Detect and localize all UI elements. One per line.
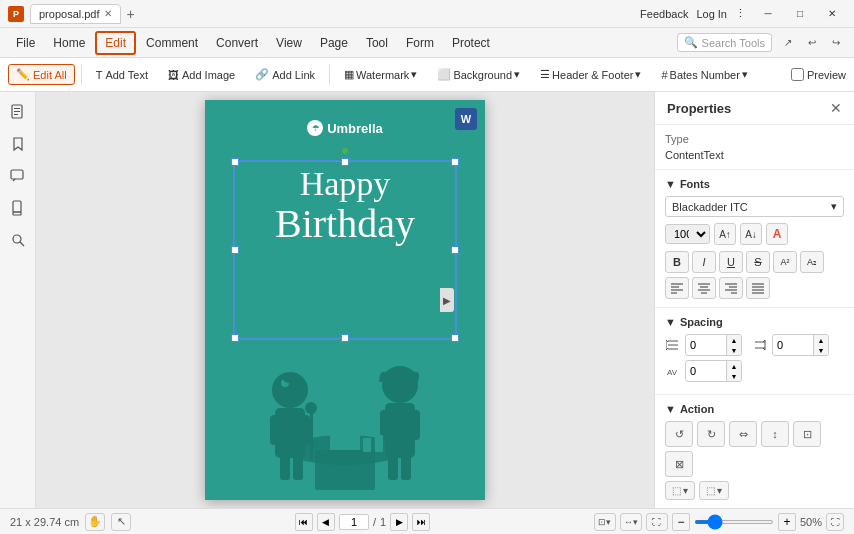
char-spacing-input[interactable] bbox=[686, 363, 726, 379]
menu-edit[interactable]: Edit bbox=[95, 31, 136, 55]
tab-close-btn[interactable]: ✕ bbox=[104, 8, 112, 19]
align-left-btn[interactable] bbox=[665, 277, 689, 299]
para-spacing-up-btn[interactable]: ▲ bbox=[814, 335, 828, 345]
new-tab-btn[interactable]: + bbox=[127, 6, 135, 22]
add-link-btn[interactable]: 🔗 Add Link bbox=[247, 64, 323, 85]
zoom-out-btn[interactable]: − bbox=[672, 513, 690, 531]
menu-file[interactable]: File bbox=[8, 33, 43, 53]
characters-illustration bbox=[205, 320, 485, 500]
next-page-btn[interactable]: ▶ bbox=[390, 513, 408, 531]
minimize-btn[interactable]: ─ bbox=[754, 4, 782, 24]
bates-number-btn[interactable]: # Bates Number ▾ bbox=[653, 64, 755, 85]
action-section-header[interactable]: ▼ Action bbox=[665, 403, 844, 415]
first-page-btn[interactable]: ⏮ bbox=[295, 513, 313, 531]
more-icon[interactable]: ⋮ bbox=[735, 7, 746, 20]
select-tool-btn[interactable]: ↖ bbox=[111, 513, 131, 531]
right-panel-toggle[interactable]: ▶ bbox=[440, 288, 454, 312]
handle-midleft[interactable] bbox=[231, 246, 239, 254]
svg-rect-27 bbox=[330, 432, 360, 452]
subscript-btn[interactable]: A₂ bbox=[800, 251, 824, 273]
background-chevron: ▾ bbox=[514, 68, 520, 81]
char-spacing-up-btn[interactable]: ▲ bbox=[727, 361, 741, 371]
header-footer-btn[interactable]: ☰ Header & Footer ▾ bbox=[532, 64, 649, 85]
maximize-btn[interactable]: □ bbox=[786, 4, 814, 24]
add-text-btn[interactable]: T Add Text bbox=[88, 65, 156, 85]
menu-comment[interactable]: Comment bbox=[138, 33, 206, 53]
line-spacing-down-btn[interactable]: ▼ bbox=[727, 345, 741, 355]
menu-convert[interactable]: Convert bbox=[208, 33, 266, 53]
rotate-right-btn[interactable]: ↻ bbox=[697, 421, 725, 447]
font-color-btn[interactable]: A bbox=[766, 223, 788, 245]
background-btn[interactable]: ⬜ Background ▾ bbox=[429, 64, 528, 85]
search-tools[interactable]: 🔍 Search Tools bbox=[677, 33, 772, 52]
align-justify-btn[interactable] bbox=[746, 277, 770, 299]
birthday-text-block[interactable]: Happy Birthday bbox=[237, 165, 453, 246]
flip-v-btn[interactable]: ↕ bbox=[761, 421, 789, 447]
sidebar-icon-pages[interactable] bbox=[6, 100, 30, 124]
menu-view[interactable]: View bbox=[268, 33, 310, 53]
select-zoom-btn[interactable]: ⛶ bbox=[646, 513, 668, 531]
crop-btn[interactable]: ⊡ bbox=[793, 421, 821, 447]
handle-midright[interactable] bbox=[451, 246, 459, 254]
page-number-input[interactable] bbox=[339, 514, 369, 530]
ms-word-icon[interactable]: W bbox=[455, 108, 477, 130]
login-btn[interactable]: Log In bbox=[696, 8, 727, 20]
font-size-select[interactable]: 100 bbox=[665, 224, 710, 244]
sidebar-icon-comments[interactable] bbox=[6, 164, 30, 188]
last-page-btn[interactable]: ⏭ bbox=[412, 513, 430, 531]
fit-page-btn[interactable]: ⊡▾ bbox=[594, 513, 616, 531]
para-spacing-down-btn[interactable]: ▼ bbox=[814, 345, 828, 355]
menu-protect[interactable]: Protect bbox=[444, 33, 498, 53]
fullscreen-btn[interactable]: ⛶ bbox=[826, 513, 844, 531]
font-family-dropdown[interactable]: Blackadder ITC ▾ bbox=[665, 196, 844, 217]
line-spacing-input[interactable] bbox=[686, 337, 726, 353]
external-link-icon[interactable]: ↗ bbox=[778, 33, 798, 53]
italic-btn[interactable]: I bbox=[692, 251, 716, 273]
redo-icon[interactable]: ↪ bbox=[826, 33, 846, 53]
arrange-btn[interactable]: ⬚ ▾ bbox=[665, 481, 695, 500]
add-image-btn[interactable]: 🖼 Add Image bbox=[160, 65, 243, 85]
spacing-section-header[interactable]: ▼ Spacing bbox=[665, 316, 844, 328]
close-btn[interactable]: ✕ bbox=[818, 4, 846, 24]
menu-form[interactable]: Form bbox=[398, 33, 442, 53]
font-size-increase-btn[interactable]: A↑ bbox=[714, 223, 736, 245]
more-btn[interactable]: ⬚ ▾ bbox=[699, 481, 729, 500]
font-size-decrease-btn[interactable]: A↓ bbox=[740, 223, 762, 245]
feedback-btn[interactable]: Feedback bbox=[640, 8, 688, 20]
underline-btn[interactable]: U bbox=[719, 251, 743, 273]
svg-rect-26 bbox=[401, 455, 411, 480]
bold-btn[interactable]: B bbox=[665, 251, 689, 273]
align-center-btn[interactable] bbox=[692, 277, 716, 299]
line-spacing-row: ▲ ▼ ▲ ▼ bbox=[665, 334, 844, 356]
preview-checkbox[interactable] bbox=[791, 68, 804, 81]
fit-width-btn[interactable]: ↔▾ bbox=[620, 513, 642, 531]
strikethrough-btn[interactable]: S bbox=[746, 251, 770, 273]
superscript-btn[interactable]: A² bbox=[773, 251, 797, 273]
undo-icon[interactable]: ↩ bbox=[802, 33, 822, 53]
zoom-slider[interactable] bbox=[694, 520, 774, 524]
char-spacing-down-btn[interactable]: ▼ bbox=[727, 371, 741, 381]
fonts-section-header[interactable]: ▼ Fonts bbox=[665, 178, 844, 190]
tab-proposal[interactable]: proposal.pdf ✕ bbox=[30, 4, 121, 24]
action-buttons-row1: ↺ ↻ ⇔ ↕ ⊡ ⊠ bbox=[665, 421, 844, 477]
rotate-left-btn[interactable]: ↺ bbox=[665, 421, 693, 447]
sidebar-icon-search[interactable] bbox=[6, 228, 30, 252]
watermark-btn[interactable]: ▦ Watermark ▾ bbox=[336, 64, 425, 85]
prev-page-btn[interactable]: ◀ bbox=[317, 513, 335, 531]
external-icons: ↗ ↩ ↪ bbox=[778, 33, 846, 53]
edit-all-btn[interactable]: ✏️ Edit All bbox=[8, 64, 75, 85]
align-right-btn[interactable] bbox=[719, 277, 743, 299]
sidebar-icon-bookmarks[interactable] bbox=[6, 132, 30, 156]
line-spacing-up-btn[interactable]: ▲ bbox=[727, 335, 741, 345]
hand-tool-btn[interactable]: ✋ bbox=[85, 513, 105, 531]
menu-home[interactable]: Home bbox=[45, 33, 93, 53]
mask-btn[interactable]: ⊠ bbox=[665, 451, 693, 477]
sidebar-icon-attachments[interactable] bbox=[6, 196, 30, 220]
menu-tool[interactable]: Tool bbox=[358, 33, 396, 53]
para-spacing-input[interactable] bbox=[773, 337, 813, 353]
panel-close-btn[interactable]: ✕ bbox=[830, 100, 842, 116]
menu-page[interactable]: Page bbox=[312, 33, 356, 53]
svg-rect-5 bbox=[13, 201, 21, 212]
zoom-in-btn[interactable]: + bbox=[778, 513, 796, 531]
flip-h-btn[interactable]: ⇔ bbox=[729, 421, 757, 447]
